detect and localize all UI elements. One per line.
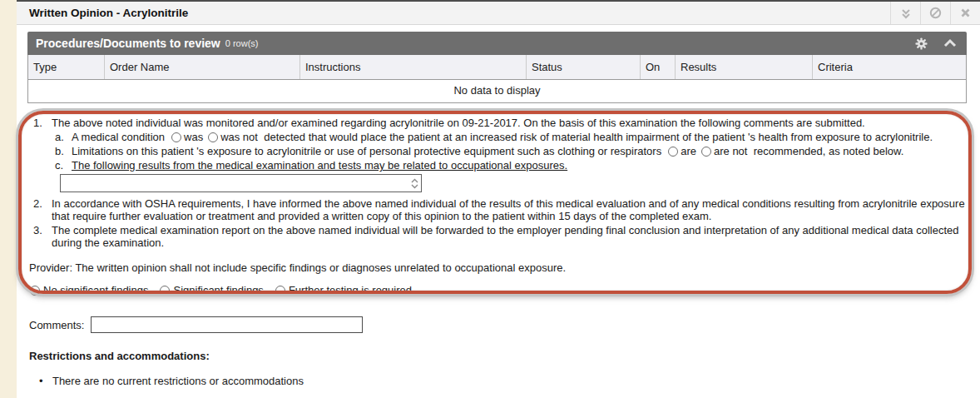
column-header-status: Status xyxy=(527,55,641,79)
item-number: 2. xyxy=(33,197,52,222)
collapse-double-chevron-icon[interactable] xyxy=(890,2,920,24)
restrictions-heading: Restrictions and accommodations: xyxy=(29,350,967,362)
radio-no-significant-findings[interactable] xyxy=(30,286,40,296)
radio-medical-condition-was-not[interactable] xyxy=(208,132,218,142)
item-3-text: The complete medical examination report … xyxy=(52,224,967,249)
item-number: 3. xyxy=(33,224,52,249)
item-letter: a. xyxy=(55,131,72,143)
findings-radio-group: No significant findings Significant find… xyxy=(30,284,967,296)
exam-results-input[interactable] xyxy=(60,174,422,192)
window-titlebar: Written Opinion - Acrylonitrile xyxy=(17,2,980,25)
comments-input[interactable] xyxy=(91,316,363,333)
column-header-type: Type xyxy=(28,55,105,79)
gear-icon[interactable] xyxy=(914,37,928,51)
chevron-up-icon[interactable] xyxy=(943,38,957,48)
item-2-text: In accordance with OSHA requirements, I … xyxy=(52,197,967,222)
close-icon[interactable] xyxy=(950,2,980,24)
item-1a-text: A medical conditionwaswas not detected t… xyxy=(72,131,967,143)
radio-limitations-are-not[interactable] xyxy=(701,147,711,157)
titlebar-actions xyxy=(890,2,980,24)
opinion-item-2: 2. In accordance with OSHA requirements,… xyxy=(27,197,967,222)
bullet-glyph: • xyxy=(39,375,43,387)
item-1b-post-text: recommended, as noted below. xyxy=(754,145,904,157)
radio-label-are[interactable]: are xyxy=(681,145,696,157)
written-opinion-body: 1. The above noted individual was monito… xyxy=(27,117,967,398)
page-title: Written Opinion - Acrylonitrile xyxy=(29,7,188,19)
radio-further-testing-required[interactable] xyxy=(275,286,285,296)
column-header-instructions: Instructions xyxy=(300,55,527,79)
restrictions-bullet-item: • There are no current restrictions or a… xyxy=(39,375,967,387)
item-1b-pre-text: Limitations on this patient 's exposure … xyxy=(72,145,661,157)
radio-limitations-are[interactable] xyxy=(668,147,678,157)
provider-note: Provider: The written opinion shall not … xyxy=(29,261,967,274)
item-1b-text: Limitations on this patient 's exposure … xyxy=(72,145,967,157)
grid-header-row: Type Order Name Instructions Status On R… xyxy=(28,55,966,80)
panel-row-count: 0 row(s) xyxy=(225,38,259,48)
radio-medical-condition-was[interactable] xyxy=(171,132,181,142)
column-header-results: Results xyxy=(676,55,813,79)
procedures-grid: Type Order Name Instructions Status On R… xyxy=(27,55,967,103)
item-1-text: The above noted individual was monitored… xyxy=(52,117,967,129)
procedures-panel-header: Procedures/Documents to review 0 row(s) xyxy=(27,32,967,55)
radio-label-significant-findings[interactable]: Significant findings xyxy=(173,284,263,296)
item-letter: b. xyxy=(55,145,72,157)
radio-label-was[interactable]: was xyxy=(184,131,203,143)
opinion-item-1b: b. Limitations on this patient 's exposu… xyxy=(55,145,967,157)
item-1a-post-text: detected that would place the patient at… xyxy=(264,131,933,143)
item-1a-pre-text: A medical condition xyxy=(72,131,165,143)
radio-label-further-testing-required[interactable]: Further testing is required xyxy=(289,284,412,296)
opinion-item-1a: a. A medical conditionwaswas not detecte… xyxy=(55,131,967,143)
opinion-item-1: 1. The above noted individual was monito… xyxy=(27,117,967,129)
empty-table-message: No data to display xyxy=(28,80,966,102)
opinion-item-3: 3. The complete medical examination repo… xyxy=(27,224,967,249)
comments-row: Comments: xyxy=(29,316,967,333)
column-header-order-name: Order Name xyxy=(105,55,300,79)
panel-title: Procedures/Documents to review xyxy=(36,37,220,50)
spinner-control[interactable] xyxy=(409,177,419,190)
left-margin-strip xyxy=(0,0,17,398)
radio-label-are-not[interactable]: are not xyxy=(714,145,747,157)
radio-label-no-significant-findings[interactable]: No significant findings xyxy=(43,284,148,296)
column-header-criteria: Criteria xyxy=(813,55,966,79)
block-icon[interactable] xyxy=(920,2,950,24)
exam-results-field-wrap xyxy=(60,174,422,192)
item-1c-text: The following results from the medical e… xyxy=(72,159,967,172)
column-header-on: On xyxy=(641,55,676,79)
item-number: 1. xyxy=(33,117,52,129)
comments-label: Comments: xyxy=(29,319,84,331)
radio-significant-findings[interactable] xyxy=(160,286,170,296)
item-letter: c. xyxy=(55,159,72,172)
restrictions-bullet-text: There are no current restrictions or acc… xyxy=(52,375,304,387)
opinion-item-1c: c. The following results from the medica… xyxy=(55,159,967,172)
procedures-panel: Procedures/Documents to review 0 row(s) xyxy=(27,32,967,103)
radio-label-was-not[interactable]: was not xyxy=(220,131,258,143)
